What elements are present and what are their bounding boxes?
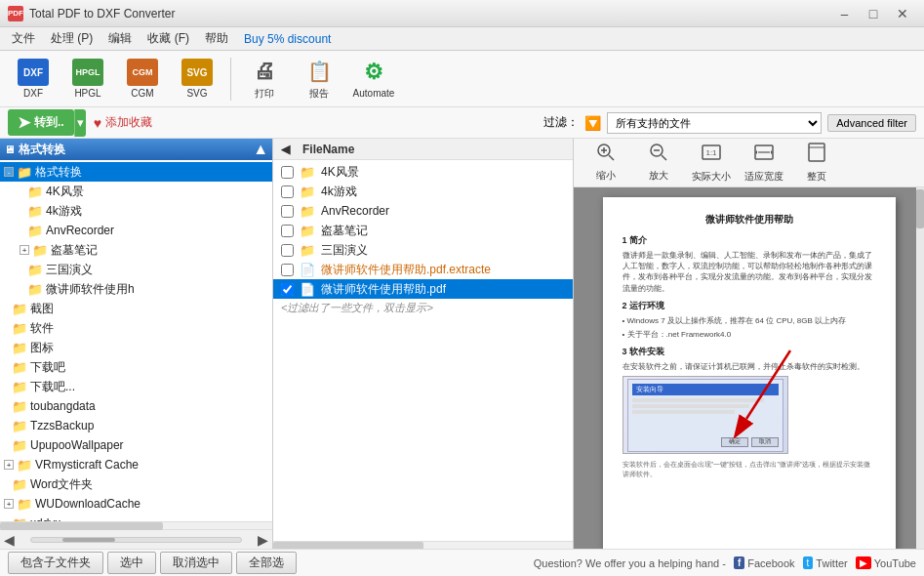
tree-item-upupoowallpaper[interactable]: 📁 UpupooWallpaper [0, 435, 272, 455]
fit-width-button[interactable]: 适应宽度 [740, 142, 788, 185]
tree-item-tubiao[interactable]: 📁 图标 [0, 338, 272, 357]
pdf-icon: 📄 [300, 282, 315, 297]
tree-item-tzzsbackup[interactable]: 📁 TzzsBackup [0, 416, 272, 435]
tree-item-word[interactable]: 📁 Word文件夹 [0, 474, 272, 494]
youtube-button[interactable]: ▶ YouTube [856, 556, 916, 569]
filter-select[interactable]: 所有支持的文件 [607, 112, 822, 134]
file-checkbox[interactable] [281, 225, 294, 237]
zoom-out-button[interactable]: 放大 [634, 142, 683, 185]
menu-help[interactable]: 帮助 [197, 28, 236, 49]
actual-size-button[interactable]: 1:1 实际大小 [687, 142, 736, 185]
tree-item-label: 截图 [30, 301, 54, 317]
tool-svg[interactable]: SVG SVG [172, 55, 222, 103]
menu-favorites[interactable]: 收藏 (F) [140, 28, 197, 49]
tree-item-weijianshi[interactable]: 📁 微讲师软件使用h [0, 279, 272, 299]
file-checkbox[interactable] [281, 205, 294, 218]
file-name: 4K风景 [321, 164, 359, 181]
include-subfolders-button[interactable]: 包含子文件夹 [8, 552, 103, 574]
file-hscrollbar-thumb[interactable] [273, 542, 423, 549]
menu-file[interactable]: 文件 [4, 28, 43, 49]
file-panel: ◀ FileName 📁 4K风景 📁 4k游戏 📁 AnvRecorder [273, 139, 573, 549]
convert-dropdown-button[interactable]: ▾ [74, 109, 86, 137]
zoom-in-button[interactable]: 缩小 [582, 142, 630, 185]
fit-page-button[interactable]: 整页 [792, 142, 841, 185]
bookmark-button[interactable]: ♥ 添加收藏 [94, 114, 152, 131]
file-checkbox[interactable] [281, 244, 294, 257]
preview-toolbar: 缩小 放大 1:1 实际 [574, 139, 924, 187]
preview-section-text-3: 在安装软件之前，请保证计算机已联网，并停止杀毒软件的实时检测。 [623, 361, 876, 372]
convert-button[interactable]: ➤ 转到.. [8, 109, 74, 136]
tree-item-sanguo[interactable]: 📁 三国演义 [0, 260, 272, 279]
preview-section-3: 3 软件安装 在安装软件之前，请保证计算机已联网，并停止杀毒软件的实时检测。 安… [623, 346, 876, 454]
tool-print[interactable]: 🖨 打印 [239, 55, 290, 103]
tree-item-daomubiji[interactable]: + 📁 盗墓笔记 [0, 240, 272, 260]
title-bar-left: PDF Total PDF to DXF Converter [8, 6, 175, 21]
select-button[interactable]: 选中 [107, 552, 156, 574]
tree-item-ruanjian[interactable]: 📁 软件 [0, 318, 272, 338]
twitter-button[interactable]: t Twitter [803, 556, 848, 569]
file-row-daomubiji[interactable]: 📁 盗墓笔记 [273, 221, 573, 240]
svg-rect-13 [809, 144, 824, 161]
tree-nav-next[interactable]: ▶ [258, 532, 268, 548]
tree-collapse-icon[interactable]: ▲ [253, 141, 268, 158]
tree-item-wudownload[interactable]: + 📁 WUDownloadCache [0, 494, 272, 514]
tree-item-xddyx[interactable]: 📁 xddyx [0, 514, 272, 521]
tree-hscrollbar[interactable] [0, 521, 272, 529]
file-row-4k-games[interactable]: 📁 4k游戏 [273, 182, 573, 201]
tree-expand-root[interactable]: - [4, 167, 14, 177]
tree-item-root[interactable]: - 📁 格式转换 [0, 162, 272, 182]
tree-expand[interactable]: + [4, 499, 14, 509]
title-bar: PDF Total PDF to DXF Converter ‒ □ ✕ [0, 0, 924, 27]
tool-report[interactable]: 📋 报告 [294, 55, 344, 103]
maximize-button[interactable]: □ [860, 4, 887, 23]
youtube-label: YouTube [874, 557, 916, 569]
folder-icon: 📁 [12, 321, 27, 336]
file-checkbox[interactable] [281, 185, 294, 198]
minimize-button[interactable]: ‒ [830, 4, 858, 23]
file-row-pdf-extract[interactable]: 📄 微讲师软件使用帮助.pdf.extracte [273, 260, 573, 279]
tree-item-xiazaiba2[interactable]: 📁 下载吧... [0, 377, 272, 396]
pdf-extract-icon: 📄 [300, 263, 315, 277]
facebook-button[interactable]: f Facebook [734, 556, 795, 569]
tree-item-toubangdata[interactable]: 📁 toubangdata [0, 396, 272, 416]
deselect-button[interactable]: 取消选中 [160, 552, 232, 574]
file-hscrollbar[interactable] [273, 541, 573, 549]
menu-discount[interactable]: Buy 5% discount [244, 32, 331, 46]
tree-slider-track[interactable] [30, 537, 242, 543]
zoom-out-icon [649, 143, 668, 167]
action-bar: ➤ 转到.. ▾ ♥ 添加收藏 过滤： 🔽 所有支持的文件 Advanced f… [0, 107, 924, 139]
file-name: 三国演义 [321, 242, 368, 259]
nav-back-icon[interactable]: ◀ [281, 143, 295, 156]
tool-dxf[interactable]: DXF DXF [8, 55, 59, 103]
select-all-button[interactable]: 全部选 [236, 552, 297, 574]
tree-nav-prev[interactable]: ◀ [4, 532, 15, 548]
menu-edit[interactable]: 编辑 [100, 28, 140, 49]
tool-automate[interactable]: ⚙ Automate [348, 55, 399, 103]
tree-item-4k-scenery[interactable]: 📁 4K风景 [0, 182, 272, 201]
file-checkbox[interactable] [281, 166, 294, 179]
tool-hpgl[interactable]: HPGL HPGL [62, 55, 113, 103]
file-name: 4k游戏 [321, 184, 357, 200]
tree-item-anvrecorder[interactable]: 📁 AnvRecorder [0, 221, 272, 240]
menu-process[interactable]: 处理 (P) [43, 28, 100, 49]
tree-item-4k-games[interactable]: 📁 4k游戏 [0, 201, 272, 221]
file-row-anvrecorder[interactable]: 📁 AnvRecorder [273, 201, 573, 221]
tree-item-vrmysticraft[interactable]: + 📁 VRmysticraft Cache [0, 455, 272, 474]
tree-slider-thumb[interactable] [62, 538, 115, 542]
tree-expand[interactable]: + [4, 460, 14, 470]
close-button[interactable]: ✕ [889, 4, 916, 23]
preview-vscrollbar[interactable] [916, 187, 924, 549]
advanced-filter-button[interactable]: Advanced filter [827, 114, 916, 132]
tool-cgm[interactable]: CGM CGM [117, 55, 168, 103]
file-row-pdf-selected[interactable]: 📄 微讲师软件使用帮助.pdf [273, 279, 573, 299]
tree-expand[interactable]: + [20, 245, 29, 255]
tree-panel: 🖥 格式转换 ▲ - 📁 格式转换 📁 4K风景 📁 4k游戏 📁 Anv [0, 139, 273, 549]
tree-hscrollbar-thumb[interactable] [0, 522, 163, 530]
file-row-sanguo[interactable]: 📁 三国演义 [273, 240, 573, 260]
file-row-4k-scenery[interactable]: 📁 4K风景 [273, 162, 573, 182]
preview-vscrollbar-thumb[interactable] [916, 189, 924, 228]
file-checkbox[interactable] [281, 283, 294, 296]
tree-item-jietou[interactable]: 📁 截图 [0, 299, 272, 318]
tree-item-xiazaiba[interactable]: 📁 下载吧 [0, 357, 272, 377]
file-checkbox[interactable] [281, 264, 294, 276]
